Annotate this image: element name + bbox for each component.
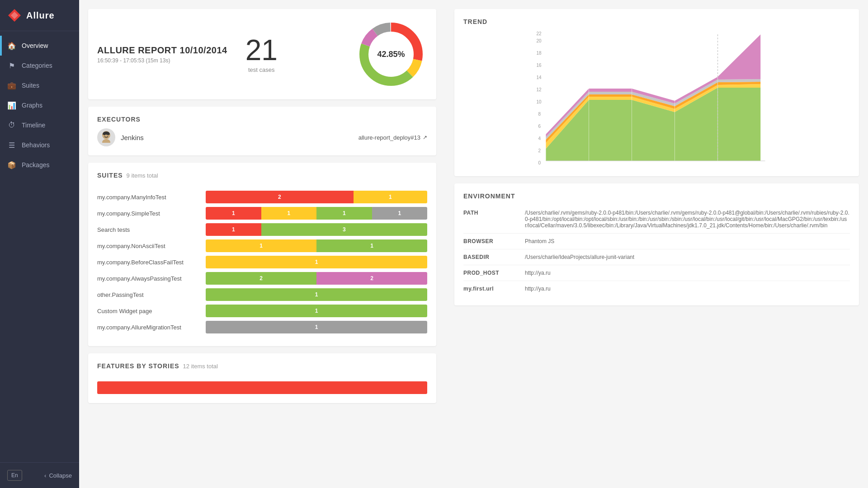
sidebar-item-overview[interactable]: 🏠 Overview — [0, 36, 79, 56]
suites-list: my.company.ManyInfoTest21my.company.Simp… — [97, 191, 427, 333]
suite-bar: 13 — [206, 223, 427, 236]
test-count-number: 21 — [245, 36, 278, 65]
bar-segment: 2 — [206, 272, 316, 285]
trend-title: TREND — [463, 18, 850, 25]
sidebar-item-timeline[interactable]: ⏱ Timeline — [0, 115, 79, 135]
sidebar-label-categories: Categories — [22, 62, 52, 69]
suite-name: my.company.SimpleTest — [97, 210, 201, 217]
environment-title: ENVIRONMENT — [463, 192, 850, 200]
test-count-label: test cases — [245, 66, 278, 73]
trend-chart-svg: 0 2 4 6 8 10 12 14 16 18 20 22 — [463, 30, 850, 165]
svg-text:10: 10 — [537, 99, 542, 104]
features-header: FEATURES BY STORIES 12 items total — [97, 362, 427, 375]
sidebar-label-timeline: Timeline — [22, 122, 45, 129]
bar-segment: 1 — [206, 321, 427, 333]
main-content: ALLURE REPORT 10/10/2014 16:50:39 - 17:0… — [79, 0, 868, 488]
svg-text:6: 6 — [538, 124, 541, 129]
svg-text:20: 20 — [537, 38, 542, 43]
env-key: BROWSER — [463, 234, 518, 249]
nav-menu: 🏠 Overview ⚑ Categories 💼 Suites 📊 Graph… — [0, 31, 79, 462]
left-column: ALLURE REPORT 10/10/2014 16:50:39 - 17:0… — [79, 0, 445, 488]
briefcase-icon: 💼 — [7, 81, 16, 90]
suites-count: 9 items total — [127, 172, 158, 179]
bar-segment: 1 — [372, 207, 428, 220]
features-title: FEATURES BY STORIES — [97, 362, 179, 370]
app-name: Allure — [26, 10, 55, 21]
suite-row[interactable]: my.company.AlwaysPassingTest22 — [97, 272, 427, 285]
bar-segment: 2 — [206, 191, 354, 203]
chevron-left-icon: ‹ — [44, 472, 46, 479]
suite-row[interactable]: my.company.SimpleTest1111 — [97, 207, 427, 220]
suite-name: my.company.AlwaysPassingTest — [97, 275, 201, 282]
suite-row[interactable]: my.company.ManyInfoTest21 — [97, 191, 427, 203]
external-link-icon: ↗ — [423, 134, 427, 141]
suite-name: other.PassingTest — [97, 291, 201, 298]
features-card: FEATURES BY STORIES 12 items total — [88, 353, 436, 403]
sidebar-label-suites: Suites — [22, 82, 39, 89]
sidebar-item-packages[interactable]: 📦 Packages — [0, 155, 79, 175]
suite-bar: 21 — [206, 191, 427, 203]
env-row: PROD_HOSThttp://ya.ru — [463, 265, 850, 281]
sidebar: Allure 🏠 Overview ⚑ Categories 💼 Suites … — [0, 0, 79, 488]
suite-name: my.company.NonAsciiTest — [97, 243, 201, 249]
env-value: http://ya.ru — [518, 281, 850, 297]
svg-text:22: 22 — [537, 31, 542, 36]
collapse-label: Collapse — [49, 472, 72, 479]
suite-row[interactable]: other.PassingTest1 — [97, 288, 427, 301]
sidebar-label-overview: Overview — [22, 42, 48, 49]
env-value: http://ya.ru — [518, 265, 850, 281]
sidebar-item-behaviors[interactable]: ☰ Behaviors — [0, 135, 79, 155]
sidebar-item-categories[interactable]: ⚑ Categories — [0, 56, 79, 75]
suite-bar: 1 — [206, 305, 427, 317]
env-row: PATH/Users/charlie/.rvm/gems/ruby-2.0.0-… — [463, 205, 850, 234]
sidebar-item-suites[interactable]: 💼 Suites — [0, 75, 79, 95]
svg-text:14: 14 — [537, 75, 542, 80]
executor-info: Jenkins — [97, 128, 144, 146]
bar-segment: 3 — [261, 223, 428, 236]
suite-row[interactable]: my.company.NonAsciiTest11 — [97, 239, 427, 252]
suite-bar: 1 — [206, 288, 427, 301]
donut-chart: 42.85% — [355, 18, 427, 90]
sidebar-footer: En ‹ Collapse — [0, 462, 79, 488]
report-header: ALLURE REPORT 10/10/2014 16:50:39 - 17:0… — [97, 18, 427, 90]
executor-build-link[interactable]: allure-report_deploy#13 ↗ — [359, 134, 427, 141]
test-count-section: 21 test cases — [245, 36, 278, 73]
env-key: my.first.url — [463, 281, 518, 297]
svg-text:0: 0 — [538, 160, 541, 165]
suite-bar: 1 — [206, 256, 427, 268]
suite-row[interactable]: Search tests13 — [97, 223, 427, 236]
executors-card: EXECUTORS — [88, 107, 436, 155]
svg-text:16: 16 — [537, 63, 542, 68]
sidebar-item-graphs[interactable]: 📊 Graphs — [0, 95, 79, 115]
suite-name: Custom Widget page — [97, 308, 201, 314]
donut-percent: 42.85% — [377, 50, 405, 59]
language-button[interactable]: En — [7, 470, 22, 481]
sidebar-logo: Allure — [0, 0, 79, 31]
executor-name: Jenkins — [121, 134, 144, 141]
bar-segment: 1 — [261, 207, 317, 220]
suites-title: SUITES — [97, 172, 123, 179]
bar-segment: 1 — [316, 207, 372, 220]
environment-body: PATH/Users/charlie/.rvm/gems/ruby-2.0.0-… — [463, 205, 850, 296]
suite-row[interactable]: Custom Widget page1 — [97, 305, 427, 317]
collapse-button[interactable]: ‹ Collapse — [44, 472, 72, 479]
suite-name: Search tests — [97, 226, 201, 233]
suite-row[interactable]: my.company.BeforeClassFailTest1 — [97, 256, 427, 268]
env-value: /Users/charlie/.rvm/gems/ruby-2.0.0-p481… — [518, 205, 850, 234]
bar-segment: 2 — [316, 272, 427, 285]
bar-segment: 1 — [316, 239, 427, 252]
sidebar-label-packages: Packages — [22, 161, 49, 169]
bar-segment: 1 — [206, 223, 261, 236]
report-title: ALLURE REPORT 10/10/2014 — [97, 45, 227, 56]
executor-row: Jenkins allure-report_deploy#13 ↗ — [97, 128, 427, 146]
bar-segment: 1 — [206, 239, 316, 252]
clock-icon: ⏱ — [7, 121, 16, 130]
report-title-section: ALLURE REPORT 10/10/2014 16:50:39 - 17:0… — [97, 45, 227, 64]
svg-text:2: 2 — [538, 148, 541, 153]
home-icon: 🏠 — [7, 41, 16, 50]
allure-logo-icon — [7, 8, 22, 23]
suite-row[interactable]: my.company.AllureMigrationTest1 — [97, 321, 427, 333]
suites-header: SUITES 9 items total — [97, 172, 427, 184]
sidebar-label-graphs: Graphs — [22, 102, 42, 109]
svg-text:4: 4 — [538, 136, 541, 141]
